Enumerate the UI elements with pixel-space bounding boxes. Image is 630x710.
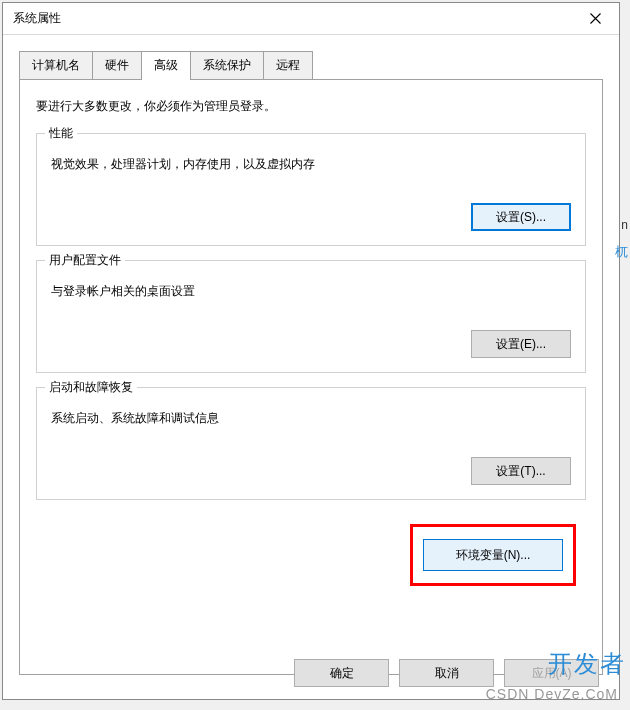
- dialog-content: 计算机名 硬件 高级 系统保护 远程 要进行大多数更改，你必须作为管理员登录。 …: [3, 35, 619, 687]
- tab-system-protection[interactable]: 系统保护: [190, 51, 264, 79]
- cancel-button[interactable]: 取消: [399, 659, 494, 687]
- system-properties-dialog: 系统属性 计算机名 硬件 高级 系统保护 远程 要进行大多数更改，你必须作为管理…: [2, 2, 620, 700]
- tab-remote[interactable]: 远程: [263, 51, 313, 79]
- performance-group: 性能 视觉效果，处理器计划，内存使用，以及虚拟内存 设置(S)...: [36, 133, 586, 246]
- performance-settings-button[interactable]: 设置(S)...: [471, 203, 571, 231]
- tab-advanced[interactable]: 高级: [141, 51, 191, 80]
- titlebar: 系统属性: [3, 3, 619, 35]
- user-profiles-group: 用户配置文件 与登录帐户相关的桌面设置 设置(E)...: [36, 260, 586, 373]
- side-text-1: n: [621, 218, 628, 232]
- user-profiles-title: 用户配置文件: [45, 252, 125, 269]
- startup-title: 启动和故障恢复: [45, 379, 137, 396]
- close-button[interactable]: [575, 4, 615, 34]
- performance-title: 性能: [45, 125, 77, 142]
- tab-hardware[interactable]: 硬件: [92, 51, 142, 79]
- tab-strip: 计算机名 硬件 高级 系统保护 远程: [19, 51, 603, 79]
- user-profiles-settings-button[interactable]: 设置(E)...: [471, 330, 571, 358]
- startup-settings-button[interactable]: 设置(T)...: [471, 457, 571, 485]
- tab-computer-name[interactable]: 计算机名: [19, 51, 93, 79]
- close-icon: [590, 13, 601, 24]
- window-title: 系统属性: [13, 10, 61, 27]
- advanced-tab-panel: 要进行大多数更改，你必须作为管理员登录。 性能 视觉效果，处理器计划，内存使用，…: [19, 79, 603, 675]
- user-profiles-desc: 与登录帐户相关的桌面设置: [51, 283, 571, 300]
- dialog-button-row: 确定 取消 应用(A): [3, 659, 619, 687]
- ok-button[interactable]: 确定: [294, 659, 389, 687]
- apply-button[interactable]: 应用(A): [504, 659, 599, 687]
- env-row: 环境变量(N)...: [36, 514, 586, 586]
- environment-variables-button[interactable]: 环境变量(N)...: [423, 539, 563, 571]
- startup-desc: 系统启动、系统故障和调试信息: [51, 410, 571, 427]
- admin-note: 要进行大多数更改，你必须作为管理员登录。: [36, 98, 586, 115]
- performance-desc: 视觉效果，处理器计划，内存使用，以及虚拟内存: [51, 156, 571, 173]
- env-highlight-box: 环境变量(N)...: [410, 524, 576, 586]
- startup-recovery-group: 启动和故障恢复 系统启动、系统故障和调试信息 设置(T)...: [36, 387, 586, 500]
